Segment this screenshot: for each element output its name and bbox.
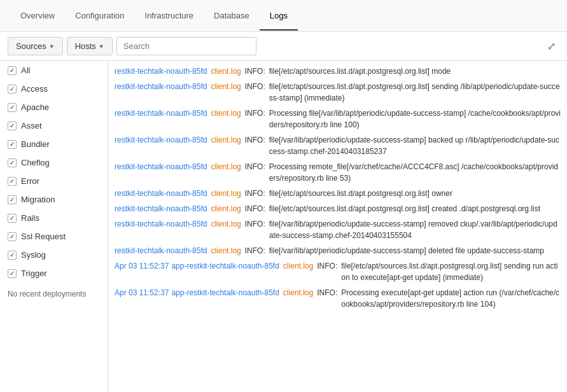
log-source: client.log bbox=[211, 245, 241, 256]
log-host: app-restkit-techtalk-noauth-85fd bbox=[171, 260, 279, 283]
log-host: app-restkit-techtalk-noauth-85fd bbox=[171, 287, 279, 310]
log-source: client.log bbox=[211, 66, 241, 77]
log-message: file[/etc/apt/sources.list.d/apt.postgre… bbox=[269, 188, 561, 199]
log-message: file[/var/lib/apt/periodic/update-succes… bbox=[269, 218, 561, 241]
log-entry: restkit-techtalk-noauth-85fdclient.logIN… bbox=[108, 132, 567, 159]
log-level: INFO: bbox=[245, 218, 265, 241]
checkbox-icon bbox=[8, 85, 17, 94]
log-timestamp: Apr 03 11:52:37 bbox=[115, 287, 169, 310]
log-entry: restkit-techtalk-noauth-85fdclient.logIN… bbox=[108, 79, 567, 106]
dropdown-item-label: Migration bbox=[21, 195, 55, 204]
checkbox-icon bbox=[8, 195, 17, 204]
hosts-caret-icon: ▼ bbox=[99, 43, 104, 50]
log-source: client.log bbox=[211, 188, 241, 199]
log-host: restkit-techtalk-noauth-85fd bbox=[115, 134, 207, 157]
log-level: INFO: bbox=[245, 134, 265, 157]
checkbox-icon bbox=[8, 232, 17, 241]
search-input[interactable] bbox=[116, 37, 256, 55]
log-entry: restkit-techtalk-noauth-85fdclient.logIN… bbox=[108, 159, 567, 186]
log-host: restkit-techtalk-noauth-85fd bbox=[115, 161, 207, 184]
no-recent-deployments: No recent deployments bbox=[0, 283, 108, 306]
dropdown-item-migration[interactable]: Migration bbox=[0, 190, 108, 209]
sources-caret-icon: ▼ bbox=[49, 43, 55, 50]
log-host: restkit-techtalk-noauth-85fd bbox=[115, 66, 207, 77]
dropdown-item-label: Apache bbox=[21, 102, 49, 112]
dropdown-item-label: Error bbox=[21, 176, 39, 186]
tab-database[interactable]: Database bbox=[204, 2, 260, 31]
log-level: INFO: bbox=[245, 66, 265, 77]
log-host: restkit-techtalk-noauth-85fd bbox=[115, 108, 207, 130]
log-source: client.log bbox=[211, 108, 241, 130]
dropdown-item-trigger[interactable]: Trigger bbox=[0, 264, 108, 283]
checkbox-icon bbox=[8, 158, 17, 167]
log-message: Processing remote_file[/var/chef/cache/A… bbox=[269, 161, 561, 184]
checkbox-icon bbox=[8, 122, 17, 130]
log-source: client.log bbox=[283, 287, 313, 310]
log-entry: restkit-techtalk-noauth-85fdclient.logIN… bbox=[108, 186, 567, 201]
expand-button[interactable]: ⤢ bbox=[543, 38, 559, 55]
log-host: restkit-techtalk-noauth-85fd bbox=[115, 245, 207, 256]
log-message: file[/etc/apt/sources.list.d/apt.postgre… bbox=[269, 66, 561, 77]
dropdown-item-label: Rails bbox=[21, 213, 39, 223]
checkbox-icon bbox=[8, 251, 17, 260]
log-level: INFO: bbox=[245, 245, 265, 256]
log-message: file[/var/lib/apt/periodic/update-succes… bbox=[269, 245, 561, 256]
checkbox-icon bbox=[8, 140, 17, 149]
checkbox-icon bbox=[8, 66, 17, 75]
log-timestamp: Apr 03 11:52:37 bbox=[115, 260, 169, 283]
hosts-button[interactable]: Hosts ▼ bbox=[67, 37, 113, 55]
log-message: file[/var/lib/apt/periodic/update-succes… bbox=[269, 134, 561, 157]
dropdown-item-bundler[interactable]: Bundler bbox=[0, 135, 108, 153]
dropdown-item-access[interactable]: Access bbox=[0, 80, 108, 98]
dropdown-item-label: Syslog bbox=[21, 250, 46, 260]
checkbox-icon bbox=[8, 177, 17, 186]
log-entry: restkit-techtalk-noauth-85fdclient.logIN… bbox=[108, 64, 567, 79]
log-level: INFO: bbox=[245, 161, 265, 184]
log-level: INFO: bbox=[317, 287, 337, 310]
tab-logs[interactable]: Logs bbox=[260, 2, 298, 31]
dropdown-item-ssl-request[interactable]: Ssl Request bbox=[0, 227, 108, 246]
dropdown-item-all[interactable]: All bbox=[0, 61, 108, 80]
dropdown-item-asset[interactable]: Asset bbox=[0, 116, 108, 135]
log-host: restkit-techtalk-noauth-85fd bbox=[115, 81, 207, 104]
dropdown-item-label: Cheflog bbox=[21, 158, 50, 167]
sources-button[interactable]: Sources ▼ bbox=[8, 37, 63, 55]
log-level: INFO: bbox=[245, 81, 265, 104]
checkbox-icon bbox=[8, 269, 17, 278]
main-content: AllAccessApacheAssetBundlerCheflogErrorM… bbox=[0, 61, 567, 392]
log-message: Processing file[/var/lib/apt/periodic/up… bbox=[269, 108, 561, 130]
dropdown-item-label: All bbox=[21, 66, 30, 75]
log-level: INFO: bbox=[245, 108, 265, 130]
log-host: restkit-techtalk-noauth-85fd bbox=[115, 218, 207, 241]
log-message: file[/etc/apt/sources.list.d/apt.postgre… bbox=[341, 260, 561, 283]
top-navigation: Overview Configuration Infrastructure Da… bbox=[0, 0, 567, 32]
log-source: client.log bbox=[283, 260, 313, 283]
log-source: client.log bbox=[211, 203, 241, 214]
log-host: restkit-techtalk-noauth-85fd bbox=[115, 188, 207, 199]
dropdown-item-cheflog[interactable]: Cheflog bbox=[0, 153, 108, 172]
dropdown-item-syslog[interactable]: Syslog bbox=[0, 246, 108, 264]
toolbar: Sources ▼ Hosts ▼ ⤢ bbox=[0, 32, 567, 61]
log-entry: restkit-techtalk-noauth-85fdclient.logIN… bbox=[108, 243, 567, 258]
dropdown-item-label: Bundler bbox=[21, 139, 50, 149]
tab-overview[interactable]: Overview bbox=[10, 2, 65, 31]
log-source: client.log bbox=[211, 218, 241, 241]
sources-dropdown-panel: AllAccessApacheAssetBundlerCheflogErrorM… bbox=[0, 61, 108, 392]
log-host: restkit-techtalk-noauth-85fd bbox=[115, 203, 207, 214]
tab-infrastructure[interactable]: Infrastructure bbox=[135, 2, 204, 31]
log-entry: Apr 03 11:52:37app-restkit-techtalk-noau… bbox=[108, 285, 567, 312]
log-message: Processing execute[apt-get update] actio… bbox=[341, 287, 561, 310]
log-level: INFO: bbox=[245, 188, 265, 199]
tab-configuration[interactable]: Configuration bbox=[65, 2, 134, 31]
dropdown-item-error[interactable]: Error bbox=[0, 172, 108, 190]
checkbox-icon bbox=[8, 214, 17, 223]
dropdown-item-label: Asset bbox=[21, 121, 42, 130]
dropdown-item-label: Ssl Request bbox=[21, 232, 66, 241]
dropdown-item-rails[interactable]: Rails bbox=[0, 209, 108, 227]
log-source: client.log bbox=[211, 134, 241, 157]
log-level: INFO: bbox=[245, 203, 265, 214]
log-level: INFO: bbox=[317, 260, 337, 283]
dropdown-item-label: Access bbox=[21, 84, 48, 94]
dropdown-item-apache[interactable]: Apache bbox=[0, 98, 108, 116]
log-entry: restkit-techtalk-noauth-85fdclient.logIN… bbox=[108, 201, 567, 216]
